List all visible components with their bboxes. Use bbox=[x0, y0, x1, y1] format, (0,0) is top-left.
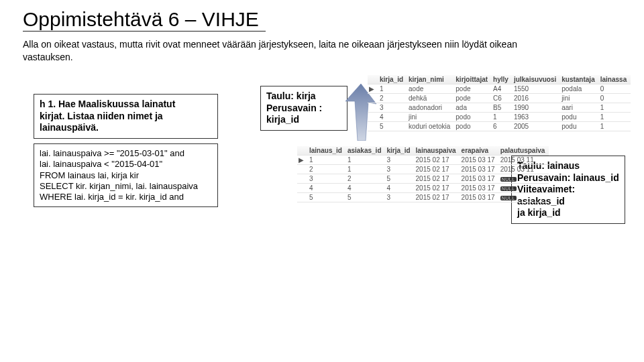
table-cell: ada bbox=[454, 103, 492, 113]
subtitle: Alla on oikeat vastaus, mutta rivit ovat… bbox=[23, 38, 621, 64]
null-badge: NULL bbox=[500, 186, 517, 191]
table-row: 2dehkäpodeC62016jini0 bbox=[368, 94, 631, 103]
table-cell: 1963 bbox=[513, 113, 560, 122]
table-cell: 6 bbox=[492, 122, 513, 131]
h1-line2: kirjat. Listaa niiden nimet ja bbox=[40, 111, 163, 121]
table-cell: 3 bbox=[386, 193, 415, 202]
table-cell: 5 bbox=[378, 122, 407, 131]
lainaus-table: lainaus_idasiakas_idkirja_idlainauspaiva… bbox=[297, 146, 549, 202]
table-cell: 1 bbox=[599, 103, 631, 113]
sql-line-4: SELECT kir. kirjan_nimi, lai. lainauspai… bbox=[40, 181, 198, 191]
table-cell: 1 bbox=[599, 113, 631, 122]
table-header: kirja_id bbox=[386, 146, 415, 156]
table-cell: jini bbox=[407, 113, 454, 122]
table-header: lainauspaiva bbox=[415, 146, 460, 156]
table-cell: NULL bbox=[499, 193, 549, 202]
table-cell: 2016 bbox=[513, 94, 560, 103]
table-header bbox=[368, 75, 378, 84]
table-header: erapaiva bbox=[460, 146, 499, 156]
table-cell: 0 bbox=[599, 94, 631, 103]
table-cell: A4 bbox=[492, 84, 513, 94]
table-cell: 2015 02 17 bbox=[415, 193, 460, 202]
table-cell: 2015 02 17 bbox=[415, 165, 460, 174]
table-cell bbox=[297, 184, 308, 193]
table-cell: podala bbox=[560, 84, 598, 94]
table-cell bbox=[297, 174, 308, 184]
table-cell: 1550 bbox=[513, 84, 560, 94]
table-cell: 2 bbox=[308, 165, 346, 174]
table-cell: 4 bbox=[386, 184, 415, 193]
table-cell: 1 bbox=[492, 113, 513, 122]
table-cell bbox=[368, 122, 378, 131]
page-title: Oppimistehtävä 6 – VIHJE bbox=[23, 8, 266, 32]
table-header: lainaus_id bbox=[308, 146, 346, 156]
table-header: palautuspaiva bbox=[499, 146, 549, 156]
table-cell: 3 bbox=[386, 165, 415, 174]
table-cell: 1 bbox=[308, 156, 346, 165]
table-cell: pode bbox=[454, 84, 492, 94]
table-cell: 2015 03 17 bbox=[460, 165, 499, 174]
sql-lines-box: lai. lainauspaiva >= "2015-03-01" and la… bbox=[34, 143, 218, 207]
table-row: 3aadonadoriadaB51990aari1 bbox=[368, 103, 631, 113]
table-cell: NULL bbox=[499, 184, 549, 193]
table-cell: podo bbox=[454, 113, 492, 122]
table-cell bbox=[297, 165, 308, 174]
table-cell: 2 bbox=[346, 174, 386, 184]
table-cell: 1 bbox=[346, 165, 386, 174]
table-row: 4442015 02 172015 03 17NULL bbox=[297, 184, 549, 193]
table-cell: 1 bbox=[599, 122, 631, 131]
table-row: 5532015 02 172015 03 17NULL bbox=[297, 193, 549, 202]
table-cell: podu bbox=[560, 122, 598, 131]
table-cell: 2015 03 11 bbox=[499, 165, 549, 174]
table-cell: koduri oetokia bbox=[407, 122, 454, 131]
table-cell: 3 bbox=[386, 156, 415, 165]
table-row: 3252015 02 172015 03 17NULL bbox=[297, 174, 549, 184]
table-cell: 0 bbox=[599, 84, 631, 94]
table-cell: 1990 bbox=[513, 103, 560, 113]
table-cell: 3 bbox=[308, 174, 346, 184]
table-cell: 2015 02 17 bbox=[415, 184, 460, 193]
table-cell: 5 bbox=[308, 193, 346, 202]
table-header: julkaisuvuosi bbox=[513, 75, 560, 84]
table-cell: 3 bbox=[378, 103, 407, 113]
table-cell: jini bbox=[560, 94, 598, 103]
table-cell: 2005 bbox=[513, 122, 560, 131]
table-header: kirja_id bbox=[378, 75, 407, 84]
table-cell: aadonadori bbox=[407, 103, 454, 113]
sql-line-3: FROM lainaus lai, kirja kir bbox=[40, 170, 139, 180]
table-cell bbox=[368, 103, 378, 113]
table-cell: 2015 02 17 bbox=[415, 156, 460, 165]
table-cell: C6 bbox=[492, 94, 513, 103]
exercise-h1-box: h 1. Hae Maaliskuussa lainatut kirjat. L… bbox=[34, 94, 218, 139]
table-cell: podu bbox=[560, 113, 598, 122]
null-badge: NULL bbox=[500, 196, 517, 200]
table-cell: 4 bbox=[346, 184, 386, 193]
table-cell: ▶ bbox=[368, 84, 378, 94]
sql-line-5: WHERE lai. kirja_id = kir. kirja_id and bbox=[40, 192, 184, 202]
table-header: asiakas_id bbox=[346, 146, 386, 156]
table-cell: 2015 02 17 bbox=[415, 174, 460, 184]
table-cell bbox=[368, 113, 378, 122]
table-cell: ▶ bbox=[297, 156, 308, 165]
table-cell: 2015 03 17 bbox=[460, 184, 499, 193]
taulu-kirja-box: Taulu: kirja Perusavain : kirja_id bbox=[260, 86, 347, 131]
table-cell: podo bbox=[454, 122, 492, 131]
subtitle-line2: vastauksen. bbox=[23, 52, 73, 62]
sql-line-2: lai. lainauspaiva < "2015-04-01" bbox=[40, 159, 162, 169]
table-cell: 1 bbox=[346, 156, 386, 165]
table-cell: B5 bbox=[492, 103, 513, 113]
table-header: hylly bbox=[492, 75, 513, 84]
kirja-line2: Perusavain : bbox=[266, 103, 322, 113]
h1-line3: lainauspäivä. bbox=[40, 122, 99, 133]
table-row: ▶1132015 02 172015 03 172015 03 11 bbox=[297, 156, 549, 165]
table-cell: 2015 03 17 bbox=[460, 156, 499, 165]
table-cell bbox=[368, 94, 378, 103]
table-cell: 2015 03 17 bbox=[460, 174, 499, 184]
table-cell: 5 bbox=[386, 174, 415, 184]
table-header: kustantaja bbox=[560, 75, 598, 84]
table-cell: 2015 03 17 bbox=[460, 193, 499, 202]
table-cell: NULL bbox=[499, 174, 549, 184]
table-cell: aode bbox=[407, 84, 454, 94]
table-row: ▶1aodepodeA41550podala0 bbox=[368, 84, 631, 94]
kirja-line3: kirja_id bbox=[266, 114, 299, 125]
